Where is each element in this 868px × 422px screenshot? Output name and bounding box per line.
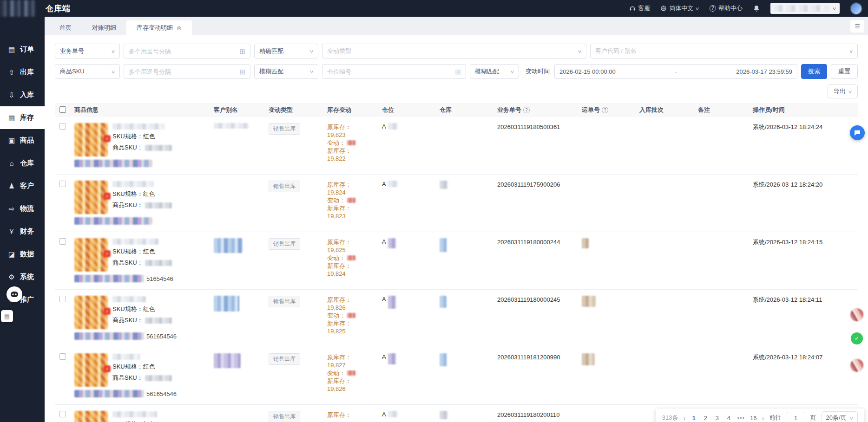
sidebar-item-warehouse[interactable]: ⌂仓库 [0,152,45,175]
order-no-input[interactable] [129,48,239,55]
row-checkbox[interactable] [59,353,66,360]
order-no-field-select[interactable]: 业务单号 ∨ [55,44,120,58]
product-thumbnail: ⚡ [74,123,108,156]
fuzzy-match-select[interactable]: 模糊匹配 ∨ [254,64,318,79]
prev-page-icon[interactable]: ‹ [683,414,685,422]
warehouse-blurred [440,411,448,419]
chevron-down-icon: ∨ [695,6,700,11]
stock-change-cell: 原库存： 19,823 变动： 新库存： 19,822 [327,123,382,174]
sku-spec: SKU规格：红色 [112,132,172,141]
info-icon[interactable]: ? [523,107,530,113]
sidebar-item-system[interactable]: ⚙系统 [0,266,45,288]
stock-change-cell: 原库存： 19,826 变动： 新库存： 19,825 [327,296,382,347]
sku-long-code-blurred [74,160,152,167]
row-checkbox[interactable] [59,238,66,245]
bin-fuzzy-match-select[interactable]: 模糊匹配 ∨ [470,64,519,79]
page-number[interactable]: 2 [702,415,709,422]
close-tab-icon[interactable]: ⊗ [177,25,182,32]
sidebar-item-customers[interactable]: ♟客户 [0,175,45,197]
chevron-down-icon: ∨ [309,69,314,74]
change-type-select[interactable]: 变动类型 ∨ [322,44,586,58]
sidebar-item-outbound[interactable]: ⇧出库 [0,61,45,84]
sku-spec: SKU规格：红色 [112,305,172,313]
more-pages-icon[interactable]: ••• [737,415,745,422]
export-button[interactable]: 导出 ∨ [828,84,858,98]
page-unit-label: 页 [810,414,816,422]
tracking-no-blurred [582,296,596,307]
stock-change-cell: 原库存： [327,411,382,422]
sku-long-code-blurred [74,217,152,225]
info-icon[interactable]: ? [602,107,608,113]
tab-inventory-change-detail[interactable]: 库存变动明细 ⊗ [126,20,192,35]
app-title: 仓库端 [46,3,71,14]
inventory-icon: ▦ [7,114,16,122]
page-size-select[interactable]: 20条/页 ∨ [822,411,858,422]
plus-square-icon[interactable]: ⊞ [455,68,461,75]
tab-reconciliation[interactable]: 对账明细 [82,20,126,35]
business-order-no: 2026031119181200990 [497,353,582,404]
account-selector[interactable]: ∨ [770,3,840,14]
check-icon: ✓ [855,335,859,342]
customer-alias-blurred [214,238,243,253]
product-thumbnail: ⚡ [74,296,108,329]
sku-field-select[interactable]: 商品SKU ∨ [55,64,120,79]
plus-square-icon[interactable]: ⊞ [239,68,245,75]
table-row: ⚡ SKU规格：红色 商品SKU： 561654546 销售出库 原库存： 19… [55,347,858,405]
product-title-blurred [112,411,157,417]
sku-code-blurred [145,260,172,266]
row-checkbox[interactable] [59,296,66,302]
sidebar-item-orders[interactable]: ▤订单 [0,38,45,61]
page-number[interactable]: 3 [714,415,720,422]
page-number[interactable]: 1 [690,415,697,422]
tab-home[interactable]: 首页 [49,20,82,35]
col-customer-alias: 客户别名 [214,106,269,114]
customer-code-select[interactable]: 客户代码 / 别名 ∨ [590,44,858,58]
sidebar-item-inventory[interactable]: ▦库存 [0,106,45,129]
social-avatar-widget[interactable] [850,358,864,372]
sidebar-item-data[interactable]: ◪数据 [0,243,45,266]
language-selector[interactable]: 简体中文 ∨ [660,4,699,13]
bot-widget-icon[interactable] [7,286,22,302]
sidebar-item-products[interactable]: ▣商品 [0,129,45,152]
plus-square-icon[interactable]: ⊞ [239,48,245,55]
reset-button[interactable]: 重置 [831,64,858,79]
product-thumbnail: ⚡ [74,238,108,272]
chevron-down-icon: ∨ [849,416,854,421]
search-button[interactable]: 搜索 [801,64,827,79]
sidebar-item-logistics[interactable]: ⇨物流 [0,197,45,220]
tab-list-menu-button[interactable]: ☰ [850,20,864,32]
chevron-down-icon: ∨ [309,49,314,54]
support-avatar-widget[interactable] [850,308,864,322]
sidebar-item-inbound[interactable]: ⇩入库 [0,84,45,106]
stock-change-cell: 原库存： 19,825 变动： 新库存： 19,824 [327,238,382,289]
time-range-picker[interactable]: 2026-02-15 00:00:00 - 2026-03-17 23:59:5… [554,64,797,79]
page-number-last[interactable]: 16 [750,415,756,422]
help-center-link[interactable]: ? 帮助中心 [710,4,743,13]
sidebar-item-finance[interactable]: ¥财务 [0,220,45,243]
flash-badge-icon: ⚡ [104,308,111,315]
business-order-no: 2026031119180200110 [497,411,582,422]
feedback-widget-icon[interactable]: ▤ [1,310,13,322]
order-no-input-wrap: ⊞ [124,44,250,58]
user-avatar[interactable] [850,2,862,15]
bin-code-blurred [388,238,396,248]
customer-service-chat-button[interactable] [850,125,865,140]
select-all-checkbox[interactable] [59,106,66,113]
page-number[interactable]: 4 [725,415,732,422]
bin-code-blurred [388,353,396,364]
bin-code-input[interactable] [327,68,455,75]
green-social-widget-icon[interactable]: ✓ [851,332,863,344]
next-page-icon[interactable]: › [762,414,764,422]
sku-input[interactable] [129,68,239,75]
change-type-tag: 销售出库 [269,181,300,192]
customer-service-link[interactable]: 客服 [629,4,650,13]
goto-page-input[interactable] [787,412,805,422]
exact-match-select[interactable]: 精确匹配 ∨ [254,44,318,58]
row-checkbox[interactable] [59,123,66,130]
row-checkbox[interactable] [59,411,66,417]
sku-long-code-blurred [74,332,144,340]
warehouse-icon: ⌂ [7,159,16,167]
notification-bell-icon[interactable] [753,5,760,12]
row-checkbox[interactable] [59,181,66,187]
change-value-blurred [347,255,355,260]
